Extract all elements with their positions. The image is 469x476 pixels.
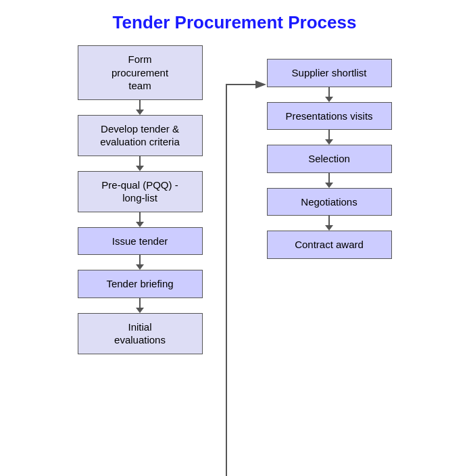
arrow-r2 bbox=[324, 130, 334, 145]
box-develop-tender: Develop tender &evaluation criteria bbox=[78, 115, 203, 156]
arrow-r4 bbox=[324, 216, 334, 231]
arrow-1 bbox=[135, 100, 145, 115]
box-negotiations: Negotiations bbox=[267, 188, 392, 216]
box-selection: Selection bbox=[267, 145, 392, 173]
arrow-r1 bbox=[324, 87, 334, 102]
arrow-2 bbox=[135, 156, 145, 171]
diagram: Formprocurementteam Develop tender &eval… bbox=[0, 45, 469, 354]
arrow-5 bbox=[135, 298, 145, 313]
arrow-3 bbox=[135, 212, 145, 227]
box-presentations-visits: Presentations visits bbox=[267, 102, 392, 130]
right-column: Supplier shortlist Presentations visits … bbox=[255, 45, 403, 259]
arrow-r3 bbox=[324, 173, 334, 188]
box-form-procurement: Formprocurementteam bbox=[78, 45, 203, 100]
page-title: Tender Procurement Process bbox=[113, 12, 357, 33]
box-issue-tender: Issue tender bbox=[78, 227, 203, 256]
box-initial-evaluations: Initialevaluations bbox=[78, 313, 203, 354]
box-supplier-shortlist: Supplier shortlist bbox=[267, 59, 392, 87]
left-column: Formprocurementteam Develop tender &eval… bbox=[66, 45, 214, 354]
box-contract-award: Contract award bbox=[267, 231, 392, 259]
box-tender-briefing: Tender briefing bbox=[78, 270, 203, 298]
box-pre-qual: Pre-qual (PQQ) -long-list bbox=[78, 171, 203, 212]
arrow-4 bbox=[135, 255, 145, 270]
